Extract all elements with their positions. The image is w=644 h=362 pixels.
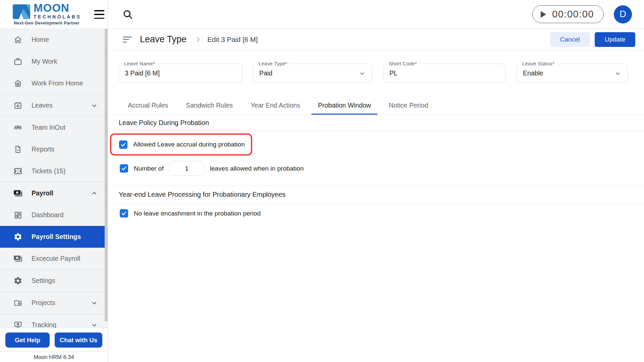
sidebar-item-reports[interactable]: Reports — [0, 138, 108, 160]
leave-status-select[interactable]: Leave Status* Enable — [517, 64, 628, 83]
checkbox-label-suffix: leaves allowed when in probation — [210, 165, 304, 172]
sidebar-help-area: Get Help Chat with Us — [0, 328, 108, 352]
no-encashment-row: No leave encashment in the probation per… — [120, 209, 644, 218]
checkbox-label-prefix: Number of — [134, 165, 164, 172]
section-title-probation-policy: Leave Policy During Probation — [108, 115, 644, 131]
field-label: Short Code* — [387, 61, 419, 66]
work-from-home-icon — [13, 79, 22, 88]
sidebar-item-projects[interactable]: Projects — [0, 292, 108, 314]
leave-name-field[interactable]: Leave Name* 3 Paid [6 M] — [118, 64, 242, 83]
calendar-icon — [13, 101, 22, 110]
play-icon[interactable] — [541, 11, 546, 18]
tab-probation-window[interactable]: Probation Window — [316, 96, 373, 115]
tracking-icon — [13, 320, 22, 328]
chevron-down-icon — [359, 70, 366, 77]
chevron-up-icon — [90, 189, 98, 197]
leaves-count-input[interactable] — [169, 161, 204, 176]
checkbox-label: No leave encashment in the probation per… — [134, 210, 261, 217]
sidebar-item-home[interactable]: Home — [0, 29, 108, 51]
tab-notice-period[interactable]: Notice Period — [387, 96, 430, 115]
tab-year-end-actions[interactable]: Year End Actions — [249, 96, 302, 115]
number-of-leaves-checkbox[interactable] — [120, 164, 128, 173]
field-value: PL — [389, 69, 397, 77]
sidebar-item-settings[interactable]: Settings — [0, 270, 108, 292]
chat-with-us-button[interactable]: Chat with Us — [55, 333, 102, 348]
projects-icon — [13, 298, 22, 307]
checkbox-label: Allowed Leave accrual during probation — [133, 141, 245, 148]
allowed-accrual-checkbox[interactable] — [119, 140, 127, 149]
time-tracker[interactable]: 00:00:00 — [532, 5, 604, 23]
sidebar-item-dashboard[interactable]: Dashboard — [0, 204, 108, 226]
brand-sub: TECHNOLABS — [34, 14, 81, 19]
sidebar-item-label: Home — [32, 36, 49, 44]
filter-icon[interactable] — [123, 37, 132, 43]
team-icon — [13, 123, 22, 132]
dashboard-icon — [13, 210, 22, 220]
brand-name: MOON — [34, 3, 69, 13]
field-value: Enable — [523, 69, 543, 77]
sidebar-item-label: Excecute Payroll — [32, 255, 80, 262]
sidebar-item-label: Leaves — [32, 102, 53, 109]
timer-value: 00:00:00 — [552, 9, 594, 20]
home-icon — [13, 35, 22, 44]
page-title: Leave Type — [140, 34, 186, 45]
gear-icon — [13, 232, 22, 241]
sidebar-item-execute-payroll[interactable]: Excecute Payroll — [0, 248, 108, 269]
brand-tagline: Next-Gen Development Partner — [14, 21, 79, 25]
sidebar-item-payroll[interactable]: Payroll — [0, 182, 108, 204]
sidebar-item-label: Team InOut — [32, 124, 65, 131]
highlight-annotation: Allowed Leave accrual during probation — [110, 133, 252, 156]
sidebar-item-my-work[interactable]: My Work — [0, 51, 108, 72]
sidebar-scrollbar[interactable] — [105, 29, 108, 321]
number-of-leaves-row: Number of leaves allowed when in probati… — [120, 161, 644, 176]
leave-type-tabs: Accrual Rules Sandwich Rules Year End Ac… — [108, 96, 644, 115]
field-label: Leave Status* — [521, 61, 556, 66]
chevron-down-icon — [90, 102, 98, 110]
ticket-icon — [13, 167, 22, 176]
sidebar-item-label: Payroll — [32, 189, 53, 197]
sidebar-item-leaves[interactable]: Leaves — [0, 95, 108, 116]
field-value: Paid — [259, 69, 272, 77]
cancel-button[interactable]: Cancel — [550, 32, 590, 47]
chevron-down-icon — [614, 70, 622, 77]
chevron-right-icon — [194, 35, 203, 44]
field-value: 3 Paid [6 M] — [125, 69, 160, 77]
report-icon — [13, 145, 22, 154]
sidebar-item-label: Tickets (15) — [32, 167, 65, 175]
no-encashment-checkbox[interactable] — [120, 209, 128, 218]
main-content: Leave Type Edit 3 Paid [6 M] Cancel Upda… — [108, 29, 644, 362]
app-version: Moon HRM 6.34 — [0, 352, 108, 362]
sidebar-item-label: Payroll Settings — [32, 233, 81, 241]
field-label: Leave Name* — [122, 61, 157, 66]
sidebar-item-team-inout[interactable]: Team InOut — [0, 117, 108, 138]
sidebar-item-work-from-home[interactable]: Work From Home — [0, 72, 108, 94]
sidebar-item-label: Work From Home — [32, 79, 83, 87]
menu-toggle-icon[interactable] — [94, 10, 104, 19]
moon-logo-icon — [12, 4, 31, 19]
gear-icon — [13, 276, 22, 285]
tab-accrual-rules[interactable]: Accrual Rules — [126, 96, 170, 115]
short-code-field[interactable]: Short Code* PL — [383, 64, 506, 83]
briefcase-icon — [13, 57, 22, 66]
chevron-down-icon — [90, 321, 98, 328]
chevron-down-icon — [90, 299, 98, 307]
search-icon[interactable] — [122, 9, 133, 20]
top-bar-main: 00:00:00 D — [108, 0, 644, 28]
sidebar-scroll-area: Home My Work Work From Home — [0, 29, 108, 328]
leave-type-select[interactable]: Leave Type* Paid — [253, 64, 372, 83]
payroll-icon — [13, 189, 22, 198]
page-header: Leave Type Edit 3 Paid [6 M] Cancel Upda… — [108, 29, 644, 50]
sidebar-item-payroll-settings[interactable]: Payroll Settings — [0, 226, 108, 248]
sidebar: Home My Work Work From Home — [0, 29, 108, 362]
sidebar-item-label: Reports — [32, 145, 54, 153]
sidebar-item-label: My Work — [32, 58, 57, 65]
sidebar-item-tickets[interactable]: Tickets (15) — [0, 160, 108, 182]
update-button[interactable]: Update — [595, 32, 635, 47]
get-help-button[interactable]: Get Help — [5, 333, 50, 348]
sidebar-item-tracking[interactable]: Tracking — [0, 314, 108, 328]
breadcrumb: Edit 3 Paid [6 M] — [207, 36, 258, 44]
user-avatar[interactable]: D — [614, 5, 632, 23]
logo-area: MOON TECHNOLABS Next-Gen Development Par… — [0, 0, 108, 28]
leave-type-form: Leave Name* 3 Paid [6 M] Leave Type* Pai… — [108, 50, 644, 83]
tab-sandwich-rules[interactable]: Sandwich Rules — [184, 96, 235, 115]
